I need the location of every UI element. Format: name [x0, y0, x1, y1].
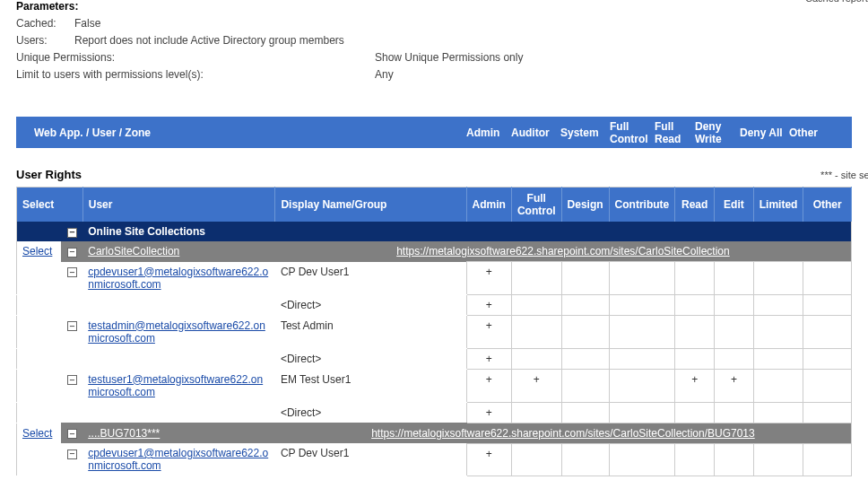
collapse-button[interactable]: − [67, 375, 77, 385]
perm-cell [675, 262, 715, 295]
perm-cell [561, 402, 609, 423]
perm-cell [675, 402, 715, 423]
footnote: *** - site security not inhe [820, 170, 868, 180]
perm-cell [753, 369, 803, 402]
perm-cell [803, 348, 852, 369]
perm-cell [803, 262, 852, 295]
perm-cell: + [511, 369, 561, 402]
collapse-button[interactable]: − [67, 321, 77, 331]
zone-col-auditor: Auditor [511, 127, 560, 139]
perm-cell [609, 262, 675, 295]
perm-cell [511, 443, 561, 476]
th-user[interactable]: User [82, 188, 275, 223]
parameters-title: Parameters: [16, 0, 852, 13]
zone-col-admin: Admin [466, 127, 511, 139]
limit-level-label: Limit to users with permissions level(s)… [16, 68, 375, 81]
cached-label: Cached: [16, 17, 74, 30]
collapse-button[interactable]: − [67, 248, 77, 257]
select-link[interactable]: Select [22, 245, 52, 257]
user-link[interactable]: testadmin@metalogixsoftware622.onmicroso… [88, 319, 265, 345]
perm-cell [753, 348, 803, 369]
perm-cell [675, 443, 715, 476]
th-display[interactable]: Display Name/Group [275, 188, 466, 223]
perm-cell [511, 294, 561, 315]
zone-col-system: System [560, 127, 610, 139]
perm-cell: + [466, 402, 511, 423]
perm-cell [715, 315, 754, 348]
display-name: EM Test User1 [275, 369, 466, 402]
perm-cell [803, 402, 852, 423]
th-design[interactable]: Design [561, 188, 609, 223]
user-rights-title: User Rights [16, 168, 82, 181]
th-edit[interactable]: Edit [715, 188, 754, 223]
th-read[interactable]: Read [675, 188, 715, 223]
perm-cell [715, 402, 754, 423]
perm-cell [753, 294, 803, 315]
perm-cell [609, 294, 675, 315]
perm-cell [609, 443, 675, 476]
user-link[interactable]: cpdevuser1@metalogixsoftware622.onmicros… [88, 266, 268, 291]
perm-cell [511, 315, 561, 348]
perm-cell [675, 294, 715, 315]
select-link[interactable]: Select [22, 427, 52, 440]
perm-cell [561, 443, 609, 476]
site-link[interactable]: CarloSiteCollection [88, 245, 179, 257]
perm-cell [753, 262, 803, 295]
zone-col-fullcontrol: Full Control [610, 120, 655, 145]
collapse-button[interactable]: − [67, 449, 77, 459]
perm-cell [803, 369, 852, 402]
collapse-button[interactable]: − [67, 228, 77, 238]
perm-cell [675, 315, 715, 348]
zone-col-other: Other [789, 127, 852, 139]
perm-cell [803, 443, 852, 476]
unique-permissions-label: Unique Permissions: [16, 51, 375, 64]
collapse-button[interactable]: − [67, 429, 77, 439]
zone-col-denyall: Deny All [740, 127, 789, 139]
perm-cell [715, 294, 754, 315]
perm-cell [609, 402, 675, 423]
display-group: <Direct> [275, 294, 466, 315]
th-limited[interactable]: Limited [753, 188, 803, 223]
perm-cell: + [466, 315, 511, 348]
zone-header-bar: Web App. / User / Zone Admin Auditor Sys… [16, 117, 852, 148]
th-other[interactable]: Other [803, 188, 852, 223]
perm-cell [561, 262, 609, 295]
th-select[interactable]: Select [17, 188, 83, 223]
perm-cell [511, 348, 561, 369]
perm-cell [609, 348, 675, 369]
zone-header-main: Web App. / User / Zone [34, 127, 466, 139]
zone-col-denywrite: Deny Write [695, 120, 740, 145]
perm-cell [753, 402, 803, 423]
perm-cell: + [466, 262, 511, 295]
display-name: Test Admin [275, 315, 466, 348]
cached-value: False [74, 17, 852, 30]
perm-cell [609, 369, 675, 402]
th-fullcontrol[interactable]: Full Control [511, 188, 561, 223]
perm-cell [753, 315, 803, 348]
display-group: <Direct> [275, 348, 466, 369]
perm-cell [609, 315, 675, 348]
users-value: Report does not include Active Directory… [74, 34, 852, 47]
site-url-link[interactable]: https://metalogixsoftware622.sharepoint.… [396, 245, 730, 257]
perm-cell: + [466, 369, 511, 402]
site-link[interactable]: ....BUG7013*** [88, 427, 160, 440]
perm-cell [753, 443, 803, 476]
site-url-link[interactable]: https://metalogixsoftware622.sharepoint.… [371, 427, 755, 440]
display-name: CP Dev User1 [275, 262, 466, 295]
band-label: Online Site Collections [82, 222, 851, 241]
perm-cell [715, 348, 754, 369]
collapse-button[interactable]: − [67, 267, 77, 277]
perm-cell [715, 262, 754, 295]
cached-note: Cached report will not inc Claim. Howeve… [805, 0, 868, 4]
th-admin[interactable]: Admin [466, 188, 511, 223]
users-label: Users: [16, 34, 74, 47]
perm-cell [675, 348, 715, 369]
display-name: CP Dev User1 [275, 443, 466, 476]
perm-cell: + [466, 443, 511, 476]
display-group: <Direct> [275, 402, 466, 423]
perm-cell [803, 294, 852, 315]
user-link[interactable]: cpdevuser1@metalogixsoftware622.onmicros… [88, 447, 268, 472]
user-link[interactable]: testuser1@metalogixsoftware622.onmicroso… [88, 373, 263, 398]
th-contribute[interactable]: Contribute [609, 188, 675, 223]
perm-cell: + [466, 348, 511, 369]
